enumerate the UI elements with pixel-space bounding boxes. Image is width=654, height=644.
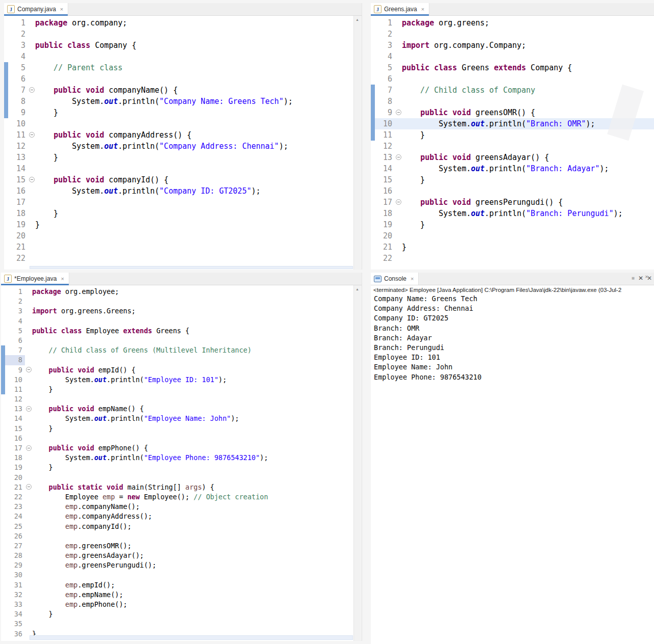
code-line[interactable]: 18 System.out.println("Branch: Perungudi… [371, 208, 654, 219]
fold-collapse-icon[interactable] [26, 445, 32, 451]
code-line[interactable]: 20 [1, 473, 362, 482]
fold-collapse-icon[interactable] [26, 367, 32, 372]
code-line[interactable]: 4 [371, 51, 654, 62]
tab-company-java[interactable]: J Company.java × [4, 3, 68, 15]
code-line[interactable]: 2 [4, 29, 362, 40]
code-line[interactable]: 17 public void greensPerungudi() { [371, 197, 654, 208]
code-line[interactable]: 6 [4, 73, 362, 85]
code-line[interactable]: 25 emp.companyId(); [1, 522, 362, 531]
close-icon[interactable]: × [421, 6, 424, 12]
code-line[interactable]: 6 [1, 336, 362, 345]
code-line[interactable]: 14 System.out.println("Employee Name: Jo… [1, 414, 362, 423]
code-line[interactable]: 22 [371, 253, 654, 264]
fold-collapse-icon[interactable] [29, 132, 35, 138]
code-line[interactable]: 13 } [4, 152, 362, 163]
code-editor-company[interactable]: 1package org.company;23public class Comp… [4, 16, 362, 270]
fold-collapse-icon[interactable] [29, 87, 35, 93]
code-line[interactable]: 10 [4, 118, 362, 129]
code-line[interactable]: 30 [1, 570, 362, 580]
code-line[interactable]: 1package org.greens; [371, 17, 654, 29]
scroll-up-arrow-icon[interactable]: ▲ [356, 18, 359, 21]
horizontal-scrollbar[interactable] [30, 635, 353, 640]
code-line[interactable]: 22 Employee emp = new Employee(); // Obj… [1, 492, 362, 502]
remove-launch-icon[interactable]: ✕ [638, 275, 643, 282]
code-line[interactable]: 4 [4, 51, 362, 62]
code-line[interactable]: 35 [1, 619, 362, 629]
code-line[interactable]: 12 [371, 141, 654, 152]
code-line[interactable]: 21} [371, 242, 654, 253]
code-line[interactable]: 26 [1, 531, 362, 541]
code-line[interactable]: 31 emp.empId(); [1, 580, 362, 590]
code-line[interactable]: 19 } [371, 219, 654, 230]
code-editor-employee[interactable]: 1package org.employee;23import org.green… [1, 285, 362, 641]
code-line[interactable]: 8 System.out.println("Company Name: Gree… [4, 96, 362, 107]
code-line[interactable]: 11 } [371, 129, 654, 141]
code-line[interactable]: 1package org.employee; [1, 287, 362, 297]
close-icon[interactable]: × [60, 6, 63, 12]
code-line[interactable]: 15 public void companyId() { [4, 174, 362, 185]
code-line[interactable]: 16 System.out.println("Company ID: GT202… [4, 185, 362, 197]
code-line[interactable]: 18 System.out.println("Employee Phone: 9… [1, 453, 362, 463]
code-line[interactable]: 8 [1, 355, 362, 365]
code-line[interactable]: 9 public void empId() { [1, 365, 362, 375]
code-line[interactable]: 16 [371, 185, 654, 197]
code-line[interactable]: 10 System.out.println("Branch: OMR"); [371, 118, 654, 129]
code-line[interactable]: 3import org.greens.Greens; [1, 306, 362, 316]
code-line[interactable]: 34 } [1, 609, 362, 619]
code-line[interactable]: 17 public void empPhone() { [1, 443, 362, 453]
remove-all-terminated-icon[interactable]: ✕ [647, 275, 652, 282]
tab-greens-java[interactable]: J Greens.java × [371, 3, 429, 15]
code-line[interactable]: 21 [4, 242, 362, 253]
code-line[interactable]: 23 emp.companyName(); [1, 502, 362, 512]
close-icon[interactable]: × [411, 276, 414, 282]
code-line[interactable]: 18 } [4, 208, 362, 219]
close-icon[interactable]: × [61, 276, 64, 282]
vertical-scrollbar[interactable]: ▲ [353, 16, 362, 270]
code-line[interactable]: 16 [1, 434, 362, 443]
fold-collapse-icon[interactable] [26, 406, 32, 412]
code-line[interactable]: 3import org.company.Company; [371, 40, 654, 51]
code-line[interactable]: 32 emp.empName(); [1, 590, 362, 600]
fold-collapse-icon[interactable] [396, 154, 401, 160]
terminate-icon[interactable]: ■ [632, 275, 635, 282]
code-line[interactable]: 29 emp.greensPerungudi(); [1, 560, 362, 570]
code-line[interactable]: 14 System.out.println("Branch: Adayar"); [371, 163, 654, 174]
code-line[interactable]: 11 public void companyAddress() { [4, 129, 362, 141]
tab-console[interactable]: Console × [371, 273, 419, 285]
code-line[interactable]: 4 [1, 316, 362, 326]
code-line[interactable]: 19 } [1, 463, 362, 472]
code-editor-greens[interactable]: 1package org.greens;23import org.company… [371, 16, 654, 270]
code-line[interactable]: 7 // Child class of Company [371, 85, 654, 96]
code-line[interactable]: 19} [4, 219, 362, 230]
code-line[interactable]: 22 [4, 253, 362, 264]
tab-employee-java[interactable]: J *Employee.java × [1, 273, 69, 285]
code-line[interactable]: 12 [1, 394, 362, 404]
code-line[interactable]: 27 emp.greensOMR(); [1, 541, 362, 551]
code-line[interactable]: 20 [4, 230, 362, 242]
code-line[interactable]: 9 public void greensOMR() { [371, 107, 654, 118]
code-line[interactable]: 15 } [371, 174, 654, 185]
code-line[interactable]: 3public class Company { [4, 40, 362, 51]
code-line[interactable]: 12 System.out.println("Company Address: … [4, 141, 362, 152]
console-output[interactable]: Company Name: Greens TechCompany Address… [371, 294, 654, 382]
fold-collapse-icon[interactable] [26, 484, 32, 490]
code-line[interactable]: 15 } [1, 424, 362, 434]
code-line[interactable]: 7 public void companyName() { [4, 85, 362, 96]
code-line[interactable]: 21 public static void main(String[] args… [1, 482, 362, 492]
code-line[interactable]: 6 [371, 73, 654, 85]
code-line[interactable]: 20 [371, 230, 654, 242]
code-line[interactable]: 7 // Child class of Greens (Multilevel I… [1, 345, 362, 355]
fold-collapse-icon[interactable] [396, 199, 401, 205]
code-line[interactable]: 5 // Parent class [4, 62, 362, 73]
code-line[interactable]: 14 [4, 163, 362, 174]
fold-collapse-icon[interactable] [396, 110, 401, 115]
code-line[interactable]: 13 public void greensAdayar() { [371, 152, 654, 163]
vertical-scrollbar[interactable]: ▲ [353, 285, 362, 641]
code-line[interactable]: 2 [371, 29, 654, 40]
code-line[interactable]: 10 System.out.println("Employee ID: 101"… [1, 375, 362, 385]
scroll-up-arrow-icon[interactable]: ▲ [356, 287, 359, 291]
code-line[interactable]: 24 emp.companyAddress(); [1, 512, 362, 521]
fold-collapse-icon[interactable] [29, 177, 35, 182]
code-line[interactable]: 5public class Greens extends Company { [371, 62, 654, 73]
code-line[interactable]: 13 public void empName() { [1, 404, 362, 414]
